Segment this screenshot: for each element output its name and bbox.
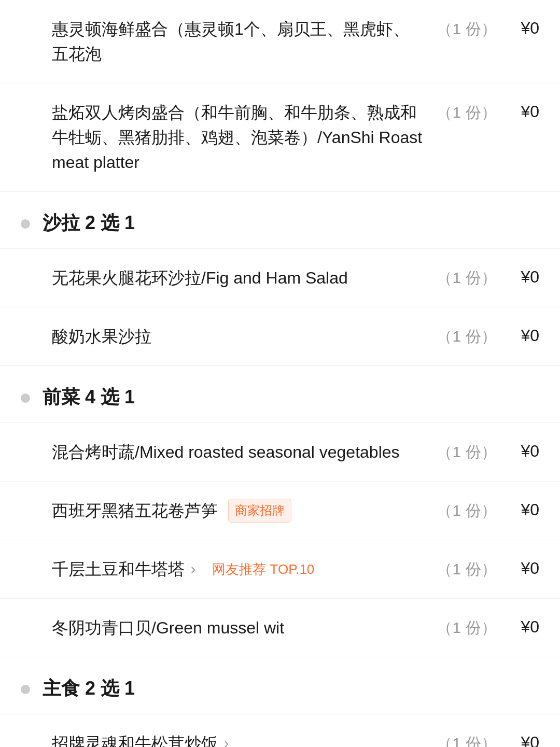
- item-name-line: 西班牙黑猪五花卷芦笋商家招牌: [52, 498, 425, 523]
- chevron-icon: ›: [224, 732, 229, 747]
- item-name-text: 千层土豆和牛塔塔: [52, 557, 185, 582]
- item-badge: 商家招牌: [228, 499, 291, 523]
- item-name: 盐炻双人烤肉盛合（和牛前胸、和牛肋条、熟成和牛牡蛎、黑猪肋排、鸡翅、泡菜卷）/Y…: [52, 100, 436, 175]
- item-price: ¥0: [498, 265, 539, 287]
- item-qty: （1 份）: [436, 265, 498, 289]
- menu-item-row[interactable]: 无花果火腿花环沙拉/Fig and Ham Salad（1 份）¥0: [0, 249, 560, 307]
- section-bullet: [21, 393, 30, 403]
- item-qty: （1 份）: [436, 100, 498, 123]
- item-name-line: 酸奶水果沙拉: [52, 324, 425, 349]
- item-price: ¥0: [498, 440, 539, 461]
- item-qty: （1 份）: [436, 440, 498, 463]
- section-title: 沙拉 2 选 1: [43, 210, 135, 236]
- item-name: 冬阴功青口贝/Green mussel wit: [52, 615, 436, 640]
- item-qty: （1 份）: [436, 498, 498, 522]
- section-bullet: [21, 219, 30, 229]
- item-name-text: 冬阴功青口贝/Green mussel wit: [52, 615, 284, 640]
- item-name: 混合烤时蔬/Mixed roasted seasonal vegetables: [52, 440, 436, 464]
- item-name: 千层土豆和牛塔塔›网友推荐 TOP.10: [52, 557, 436, 582]
- item-name-line: 惠灵顿海鲜盛合（惠灵顿1个、扇贝王、黑虎虾、五花泡: [52, 17, 425, 66]
- item-price: ¥0: [498, 324, 539, 345]
- item-name-line: 盐炻双人烤肉盛合（和牛前胸、和牛肋条、熟成和牛牡蛎、黑猪肋排、鸡翅、泡菜卷）/Y…: [52, 100, 425, 175]
- menu-item-row[interactable]: 盐炻双人烤肉盛合（和牛前胸、和牛肋条、熟成和牛牡蛎、黑猪肋排、鸡翅、泡菜卷）/Y…: [0, 83, 560, 192]
- item-name: 西班牙黑猪五花卷芦笋商家招牌: [52, 498, 436, 523]
- menu-item-row[interactable]: 混合烤时蔬/Mixed roasted seasonal vegetables（…: [0, 423, 560, 482]
- section-title: 主食 2 选 1: [43, 676, 135, 701]
- item-name: 无花果火腿花环沙拉/Fig and Ham Salad: [52, 265, 436, 290]
- item-name: 招牌灵魂和牛松茸炒饭›网友推荐 TOP.9商家招牌: [52, 731, 436, 747]
- item-price: ¥0: [498, 557, 539, 578]
- menu-item-row[interactable]: 酸奶水果沙拉（1 份）¥0: [0, 307, 560, 366]
- menu-item-row[interactable]: 惠灵顿海鲜盛合（惠灵顿1个、扇贝王、黑虎虾、五花泡（1 份）¥0: [0, 0, 560, 83]
- section-bullet: [21, 685, 30, 694]
- item-name-text: 惠灵顿海鲜盛合（惠灵顿1个、扇贝王、黑虎虾、五花泡: [52, 17, 425, 66]
- menu-item-row[interactable]: 招牌灵魂和牛松茸炒饭›网友推荐 TOP.9商家招牌（1 份）¥0: [0, 714, 560, 747]
- item-qty: （1 份）: [436, 557, 498, 580]
- section-header-staple: 主食 2 选 1: [0, 657, 560, 714]
- item-name-text: 盐炻双人烤肉盛合（和牛前胸、和牛肋条、熟成和牛牡蛎、黑猪肋排、鸡翅、泡菜卷）/Y…: [52, 100, 425, 175]
- menu-item-row[interactable]: 西班牙黑猪五花卷芦笋商家招牌（1 份）¥0: [0, 482, 560, 540]
- item-badge: 网友推荐 TOP.10: [206, 557, 320, 582]
- item-qty: （1 份）: [436, 324, 498, 347]
- item-name: 酸奶水果沙拉: [52, 324, 436, 349]
- item-name-line: 混合烤时蔬/Mixed roasted seasonal vegetables: [52, 440, 425, 464]
- item-name-text: 混合烤时蔬/Mixed roasted seasonal vegetables: [52, 440, 400, 464]
- item-name-line: 无花果火腿花环沙拉/Fig and Ham Salad: [52, 265, 425, 290]
- chevron-icon: ›: [191, 558, 195, 580]
- menu-list: 惠灵顿海鲜盛合（惠灵顿1个、扇贝王、黑虎虾、五花泡（1 份）¥0盐炻双人烤肉盛合…: [0, 0, 560, 747]
- section-header-salad: 沙拉 2 选 1: [0, 192, 560, 249]
- menu-item-row[interactable]: 冬阴功青口贝/Green mussel wit（1 份）¥0: [0, 599, 560, 657]
- section-header-appetizer: 前菜 4 选 1: [0, 366, 560, 423]
- item-name-line: 千层土豆和牛塔塔›网友推荐 TOP.10: [52, 557, 425, 582]
- item-price: ¥0: [498, 498, 539, 519]
- section-title: 前菜 4 选 1: [43, 385, 135, 410]
- item-name-line: 冬阴功青口贝/Green mussel wit: [52, 615, 425, 640]
- item-qty: （1 份）: [436, 615, 498, 639]
- item-name-text: 招牌灵魂和牛松茸炒饭: [52, 731, 218, 747]
- item-name-line: 招牌灵魂和牛松茸炒饭›: [52, 731, 425, 747]
- item-qty: （1 份）: [436, 17, 498, 40]
- item-price: ¥0: [498, 17, 539, 38]
- menu-item-row[interactable]: 千层土豆和牛塔塔›网友推荐 TOP.10（1 份）¥0: [0, 540, 560, 599]
- item-name: 惠灵顿海鲜盛合（惠灵顿1个、扇贝王、黑虎虾、五花泡: [52, 17, 436, 66]
- item-price: ¥0: [498, 100, 539, 121]
- item-name-text: 酸奶水果沙拉: [52, 324, 151, 349]
- item-price: ¥0: [498, 615, 539, 637]
- item-qty: （1 份）: [436, 731, 498, 747]
- item-name-text: 无花果火腿花环沙拉/Fig and Ham Salad: [52, 265, 348, 290]
- item-price: ¥0: [498, 731, 539, 747]
- item-name-text: 西班牙黑猪五花卷芦笋: [52, 498, 218, 523]
